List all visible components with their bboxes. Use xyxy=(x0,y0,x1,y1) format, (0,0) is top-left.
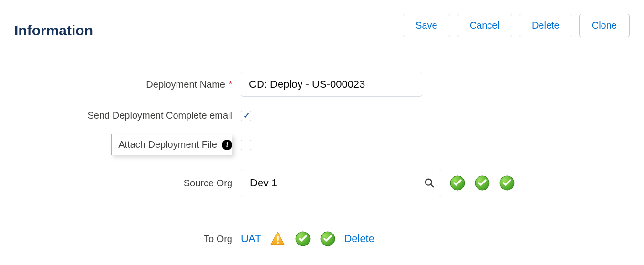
check-icon: ✓ xyxy=(243,111,249,120)
panel-header: Information Save Cancel Delete Clone xyxy=(14,14,630,39)
label-source-org: Source Org xyxy=(184,178,232,189)
warning-triangle-icon xyxy=(270,231,286,247)
required-indicator: * xyxy=(229,80,232,90)
source-org-status-icons xyxy=(450,175,515,191)
source-org-lookup xyxy=(241,169,441,197)
row-deployment-name: Deployment Name * xyxy=(14,72,630,97)
deployment-name-input[interactable] xyxy=(241,72,422,97)
to-org-status-icons xyxy=(270,231,335,247)
check-circle-icon xyxy=(475,175,490,191)
label-deployment-name: Deployment Name * xyxy=(14,79,241,90)
clone-button[interactable]: Clone xyxy=(579,14,630,37)
svg-line-1 xyxy=(431,184,433,187)
to-org-delete-link[interactable]: Delete xyxy=(344,233,374,245)
label-send-complete-email: Send Deployment Complete email xyxy=(88,110,233,121)
action-buttons: Save Cancel Delete Clone xyxy=(403,14,630,37)
save-button[interactable]: Save xyxy=(403,14,450,37)
check-circle-icon xyxy=(450,175,465,191)
cancel-button[interactable]: Cancel xyxy=(457,14,512,37)
row-send-complete-email: Send Deployment Complete email ✓ xyxy=(14,110,630,121)
label-attach-file: Attach Deployment File xyxy=(118,139,217,150)
row-attach-file: Attach Deployment File i xyxy=(14,134,630,155)
info-icon[interactable]: i xyxy=(222,140,232,150)
search-icon[interactable] xyxy=(424,178,435,188)
attach-file-callout: Attach Deployment File i xyxy=(111,134,232,155)
section-title: Information xyxy=(14,22,93,39)
row-source-org: Source Org xyxy=(14,169,630,197)
to-org-link[interactable]: UAT xyxy=(241,233,261,245)
check-circle-icon xyxy=(499,175,515,191)
check-circle-icon xyxy=(295,231,311,246)
row-to-org: To Org UAT Delete xyxy=(14,231,630,247)
source-org-input[interactable] xyxy=(241,169,441,197)
label-text: Deployment Name xyxy=(146,79,225,90)
delete-button[interactable]: Delete xyxy=(519,14,572,37)
form-body: Deployment Name * Send Deployment Comple… xyxy=(14,72,630,247)
svg-point-6 xyxy=(277,242,279,244)
svg-rect-5 xyxy=(277,236,279,241)
send-complete-email-checkbox[interactable]: ✓ xyxy=(241,111,251,121)
label-to-org: To Org xyxy=(204,234,232,245)
information-panel: Information Save Cancel Delete Clone Dep… xyxy=(0,0,644,265)
attach-file-checkbox[interactable] xyxy=(241,140,251,150)
check-circle-icon xyxy=(320,231,335,246)
